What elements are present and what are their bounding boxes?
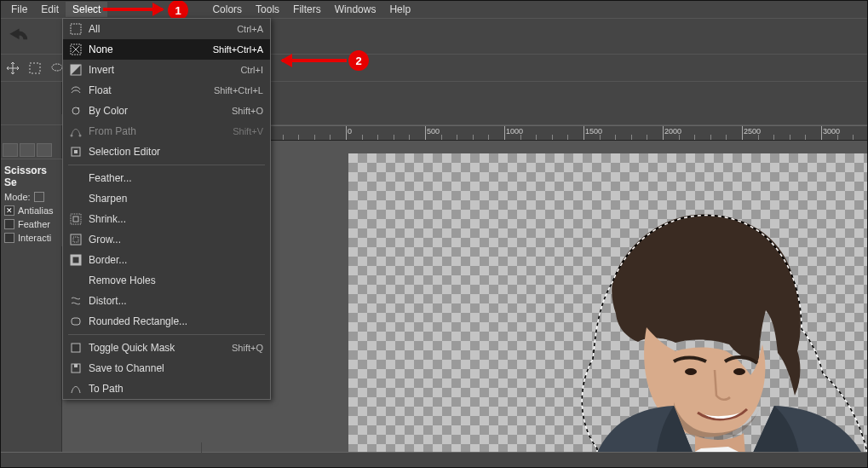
svg-point-10 <box>78 107 79 109</box>
menu-colors[interactable]: Colors <box>205 2 249 17</box>
svg-rect-4 <box>71 24 81 34</box>
panel-tab-3[interactable] <box>37 143 52 157</box>
antialias-label: Antialias <box>18 205 54 216</box>
menuitem-label: Grow... <box>89 234 263 246</box>
annotation-arrow-1 <box>103 8 163 11</box>
svg-rect-23 <box>74 364 78 367</box>
menuitem-invert[interactable]: InvertCtrl+I <box>63 60 270 80</box>
menuitem-label: Shrink... <box>89 213 263 225</box>
svg-point-11 <box>71 135 73 137</box>
menuitem-grow[interactable]: Grow... <box>63 229 270 250</box>
select-all-icon <box>68 22 83 36</box>
menuitem-accelerator: Shift+Q <box>232 343 263 353</box>
menuitem-all[interactable]: AllCtrl+A <box>63 19 270 39</box>
interactive-checkbox[interactable] <box>4 233 14 243</box>
menuitem-label: To Path <box>89 383 263 395</box>
distort-icon <box>68 294 83 308</box>
mode-selector[interactable] <box>34 192 44 202</box>
menuitem-remove-holes[interactable]: Remove Holes <box>63 270 270 291</box>
shrink-icon <box>68 212 83 226</box>
blank-icon <box>68 192 83 205</box>
menuitem-distort[interactable]: Distort... <box>63 291 270 311</box>
menuitem-accelerator: Shift+V <box>233 126 263 136</box>
menuitem-from-path: From PathShift+V <box>63 121 270 142</box>
menuitem-toggle-quick-mask[interactable]: Toggle Quick MaskShift+Q <box>63 338 270 358</box>
menuitem-label: Sharpen <box>89 193 263 205</box>
checkbox-icon <box>68 341 83 355</box>
svg-rect-14 <box>74 150 78 153</box>
menuitem-rounded-rectangle[interactable]: Rounded Rectangle... <box>63 311 270 332</box>
menuitem-to-path[interactable]: To Path <box>63 378 270 399</box>
menuitem-label: Feather... <box>89 172 263 184</box>
blank-icon <box>68 171 83 185</box>
menuitem-by-color[interactable]: By ColorShift+O <box>63 101 270 121</box>
menuitem-accelerator: Ctrl+A <box>237 24 263 34</box>
rect-select-icon[interactable] <box>26 60 43 77</box>
menuitem-border[interactable]: Border... <box>63 250 270 270</box>
svg-point-3 <box>733 368 745 375</box>
svg-rect-16 <box>73 217 78 222</box>
panel-tab-1[interactable] <box>3 143 18 157</box>
select-none-icon <box>68 43 83 56</box>
menu-filters[interactable]: Filters <box>286 2 328 17</box>
image-subject <box>546 210 868 468</box>
menuitem-label: By Color <box>89 105 232 117</box>
menuitem-save-to-channel[interactable]: Save to Channel <box>63 358 270 378</box>
editor-icon <box>68 145 83 159</box>
panel-tab-2[interactable] <box>20 143 35 157</box>
menu-tools[interactable]: Tools <box>249 2 286 17</box>
menu-windows[interactable]: Windows <box>328 2 383 17</box>
feather-row[interactable]: Feather <box>3 217 63 231</box>
grow-icon <box>68 233 83 246</box>
menuitem-label: Selection Editor <box>89 146 263 158</box>
menuitem-label: Remove Holes <box>89 274 263 286</box>
tool-options-panel: Scissors Se Mode: Antialias Feather Inte… <box>1 159 65 246</box>
svg-point-2 <box>685 368 697 375</box>
menuitem-shrink[interactable]: Shrink... <box>63 209 270 229</box>
menuitem-label: Save to Channel <box>89 362 263 374</box>
undo-icon[interactable] <box>4 28 32 45</box>
menuitem-none[interactable]: NoneShift+Ctrl+A <box>63 39 270 60</box>
interactive-row[interactable]: Interacti <box>3 231 63 245</box>
menuitem-accelerator: Shift+O <box>232 106 263 116</box>
menuitem-label: From Path <box>89 125 233 137</box>
menuitem-float[interactable]: FloatShift+Ctrl+L <box>63 80 270 101</box>
menu-separator <box>68 334 265 335</box>
menu-file[interactable]: File <box>4 2 34 17</box>
menuitem-accelerator: Ctrl+I <box>240 65 263 75</box>
antialias-checkbox[interactable] <box>4 205 14 216</box>
menuitem-label: Float <box>89 84 214 96</box>
rounded-icon <box>68 315 83 328</box>
menu-help[interactable]: Help <box>382 2 417 17</box>
feather-checkbox[interactable] <box>4 219 14 229</box>
svg-point-12 <box>79 135 82 137</box>
antialias-row[interactable]: Antialias <box>3 204 63 217</box>
move-tool-icon[interactable] <box>4 60 21 77</box>
feather-label: Feather <box>18 219 50 229</box>
to-path-icon <box>68 382 83 396</box>
menu-select[interactable]: Select <box>66 2 107 17</box>
svg-rect-19 <box>72 256 80 264</box>
svg-rect-0 <box>30 63 40 73</box>
menuitem-feather[interactable]: Feather... <box>63 168 270 188</box>
annotation-arrow-2 <box>282 59 347 62</box>
blank-icon <box>68 274 83 287</box>
panel-tabs <box>1 142 54 159</box>
svg-rect-20 <box>72 318 80 325</box>
menuitem-label: Toggle Quick Mask <box>89 342 232 354</box>
menuitem-accelerator: Shift+Ctrl+A <box>213 44 263 55</box>
border-icon <box>68 253 83 267</box>
by-color-icon <box>68 104 83 118</box>
menuitem-label: Rounded Rectangle... <box>89 315 263 327</box>
menu-edit[interactable]: Edit <box>34 2 66 17</box>
menuitem-sharpen[interactable]: Sharpen <box>63 188 270 209</box>
mode-row: Mode: <box>3 190 63 204</box>
menuitem-selection-editor[interactable]: Selection Editor <box>63 142 270 162</box>
menuitem-label: Distort... <box>89 295 263 307</box>
svg-rect-21 <box>72 344 80 352</box>
menuitem-label: Invert <box>89 64 240 76</box>
svg-rect-18 <box>71 234 81 245</box>
side-panel <box>1 82 62 467</box>
menu-separator <box>68 165 265 165</box>
menuitem-label: Border... <box>89 254 263 266</box>
